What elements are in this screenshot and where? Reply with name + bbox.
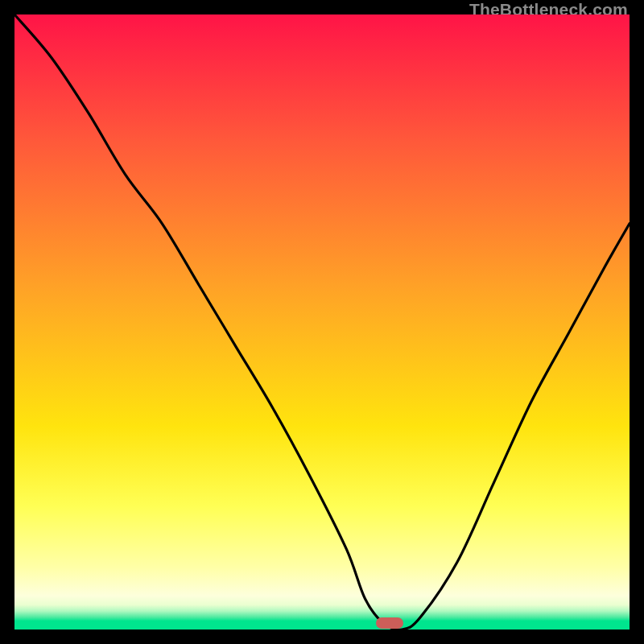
chart-outer-frame: TheBottleneck.com — [0, 0, 644, 644]
bottleneck-curve — [14, 14, 630, 630]
minimum-marker — [376, 617, 403, 629]
chart-plot-area — [14, 14, 630, 630]
